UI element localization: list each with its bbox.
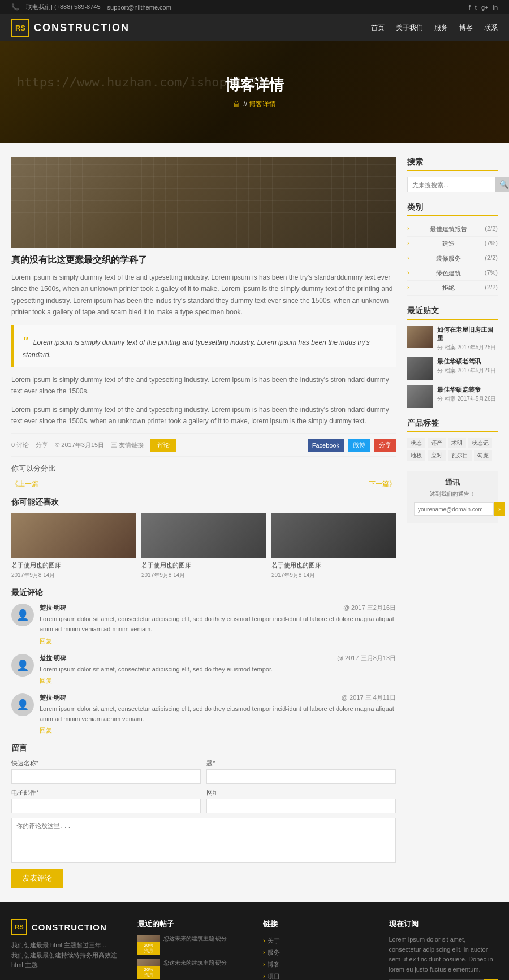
- prev-post-link[interactable]: 《上一篇: [11, 479, 38, 489]
- category-name-2: 建造: [442, 240, 455, 248]
- related-post-date-1: 2017年9月8 14月: [11, 571, 136, 579]
- category-name-1: 最佳建筑报告: [430, 225, 467, 233]
- footer-col-brand: RS CONSTRUCTION 我们创建最最 html 主题超过三年... 我们…: [11, 919, 120, 980]
- breadcrumb-current: 博客详情: [249, 100, 276, 108]
- footer-link-1[interactable]: 关于: [263, 935, 372, 947]
- recent-post-meta-3: 分 档案 2017年5月26日: [437, 395, 497, 403]
- footer-link-4[interactable]: 项目: [263, 970, 372, 980]
- next-post-link[interactable]: 下一篇》: [369, 479, 396, 489]
- post-meta: 0 评论 分享 © 2017年3月15日 三 友情链接 评论 Facebook …: [11, 433, 396, 457]
- categories-title: 类别: [407, 202, 498, 216]
- comment-form-row-2: 电子邮件* 网址: [11, 788, 396, 813]
- comment-text-2: Lorem ipsum dolor sit amet, consectetur …: [40, 665, 396, 675]
- footer-subscribe-text: Lorem ipsum dolor sit amet, consectetur …: [389, 935, 498, 974]
- category-item-1[interactable]: 最佳建筑报告 (2/2): [407, 222, 498, 237]
- newsletter-submit-button[interactable]: ›: [494, 502, 505, 516]
- category-item-3[interactable]: 装修服务 (2/2): [407, 251, 498, 266]
- name-field-group: 快速名称*: [11, 759, 201, 784]
- category-item-5[interactable]: 拒绝 (2/2): [407, 281, 498, 296]
- search-input[interactable]: [408, 177, 495, 192]
- hero-section: https://www.huzhan.com/ishop43429 博客详情 首…: [0, 41, 509, 143]
- comment-reply-2[interactable]: 回复: [40, 677, 52, 685]
- quote-block: " Lorem ipsum is simply dummy text of th…: [11, 325, 396, 367]
- comment-author-1: 楚拉·明碑: [40, 604, 66, 612]
- search-button[interactable]: 🔍: [495, 177, 509, 192]
- tag-8[interactable]: 勾虎: [474, 450, 492, 461]
- email-input[interactable]: [11, 799, 201, 813]
- footer-recent-2: 20% 汽月 您这未来的建筑主题 硬分: [137, 959, 247, 979]
- comments-section-title: 最近评论: [11, 588, 396, 598]
- category-name-5: 拒绝: [442, 284, 455, 292]
- tag-6[interactable]: 应对: [428, 450, 446, 461]
- facebook-share-button[interactable]: Facebook: [308, 439, 344, 452]
- required-label: 题*: [206, 759, 396, 767]
- meta-views: 0 评论: [11, 441, 29, 449]
- related-post-3: 若于使用也的图床 2017年9月8 14月: [271, 513, 396, 579]
- newsletter-subtitle: 沐到我们的通告！: [414, 490, 491, 498]
- nav-contact[interactable]: 联系: [484, 23, 498, 33]
- footer-recent-1: 20% 汽月 您这未来的建筑主题 硬分: [137, 935, 247, 955]
- google-share-button[interactable]: 分享: [374, 439, 396, 452]
- brand-name: CONSTRUCTION: [34, 22, 130, 34]
- tag-3[interactable]: 术明: [448, 438, 466, 448]
- comment-textarea[interactable]: [11, 818, 396, 863]
- related-post-image-1: [11, 513, 136, 558]
- recent-post-meta-2: 分 档案 2017年5月26日: [437, 367, 497, 375]
- comment-body-3: 楚拉·明碑 @ 2017 三 4月11日 Lorem ipsum dolor s…: [40, 693, 396, 735]
- search-box: 🔍: [407, 177, 498, 192]
- footer-link-2[interactable]: 服务: [263, 947, 372, 959]
- nav-blog[interactable]: 博客: [459, 23, 473, 33]
- recent-posts-title: 最近贴文: [407, 306, 498, 320]
- footer-logo-box: RS: [11, 919, 27, 935]
- social-in[interactable]: in: [493, 4, 498, 11]
- related-post-1: 若于使用也的图床 2017年9月8 14月: [11, 513, 136, 579]
- search-title: 搜索: [407, 157, 498, 171]
- social-tw[interactable]: t: [475, 4, 477, 11]
- logo-box: RS: [11, 19, 29, 37]
- category-count-1: (2/2): [485, 225, 498, 233]
- required-input[interactable]: [206, 769, 396, 784]
- comment-reply-1[interactable]: 回复: [40, 637, 52, 645]
- top-bar: 📞 联电我们| (+888) 589-8745 support@niltheme…: [0, 0, 509, 14]
- footer-date-badge-1: 20% 汽月: [137, 942, 160, 955]
- content-grid: 真的没有比这更蠢最交织的学科了 Lorem ipsum is simply du…: [11, 157, 498, 888]
- submit-comment-button[interactable]: 发表评论: [11, 869, 63, 888]
- twitter-share-button[interactable]: 微博: [348, 439, 370, 452]
- footer-brand-name: CONSTRUCTION: [32, 922, 107, 932]
- comment-field-group: [11, 818, 396, 863]
- name-input[interactable]: [11, 769, 201, 784]
- newsletter-input[interactable]: [414, 502, 494, 516]
- recent-post-name-2: 最佳华硕老驾讯: [437, 357, 497, 366]
- footer-col-subscribe: 现在订阅 Lorem ipsum dolor sit amet, consect…: [389, 919, 498, 980]
- related-post-image-2: [141, 513, 266, 558]
- meta-date: © 2017年3月15日: [55, 441, 104, 449]
- nav-home[interactable]: 首页: [371, 23, 385, 33]
- recent-post-meta-1: 分 档案 2017年5月25日: [437, 344, 498, 352]
- social-fb[interactable]: f: [469, 4, 471, 11]
- comment-body-2: 楚拉·明碑 @ 2017 三月8月13日 Lorem ipsum dolor s…: [40, 654, 396, 686]
- newsletter-form: ›: [414, 502, 491, 516]
- tag-1[interactable]: 状态: [407, 438, 425, 448]
- nav-services[interactable]: 服务: [434, 23, 448, 33]
- footer-link-3[interactable]: 博客: [263, 959, 372, 970]
- social-gp[interactable]: g+: [481, 4, 489, 11]
- comment-text-3: Lorem ipsum dolor sit amet, consectetur …: [40, 704, 396, 724]
- website-input[interactable]: [206, 799, 396, 813]
- tag-2[interactable]: 还产: [428, 438, 446, 448]
- comment-reply-3[interactable]: 回复: [40, 726, 52, 735]
- nav-about[interactable]: 关于我们: [396, 23, 423, 33]
- tag-7[interactable]: 瓦尔目: [448, 450, 472, 461]
- recent-post-category-1: 分 档案: [437, 344, 456, 350]
- hero-title: 博客详情: [225, 75, 284, 95]
- footer-col-recent: 最近的帖子 20% 汽月 您这未来的建筑主题 硬分 20% 汽月: [137, 919, 247, 980]
- post-image: [11, 157, 396, 248]
- category-item-4[interactable]: 绿色建筑 (7%): [407, 266, 498, 281]
- recent-post-info-1: 如何在老屋旧房庄园里 分 档案 2017年5月25日: [437, 326, 498, 352]
- recent-post-3: 最佳华硕监装帝 分 档案 2017年5月26日: [407, 385, 498, 408]
- tag-4[interactable]: 状态记: [468, 438, 492, 448]
- tag-5[interactable]: 地板: [407, 450, 425, 461]
- quote-mark: ": [23, 335, 28, 347]
- post-image-inner: [11, 157, 396, 248]
- category-item-2[interactable]: 建造 (7%): [407, 237, 498, 251]
- post-share-button[interactable]: 评论: [150, 439, 176, 452]
